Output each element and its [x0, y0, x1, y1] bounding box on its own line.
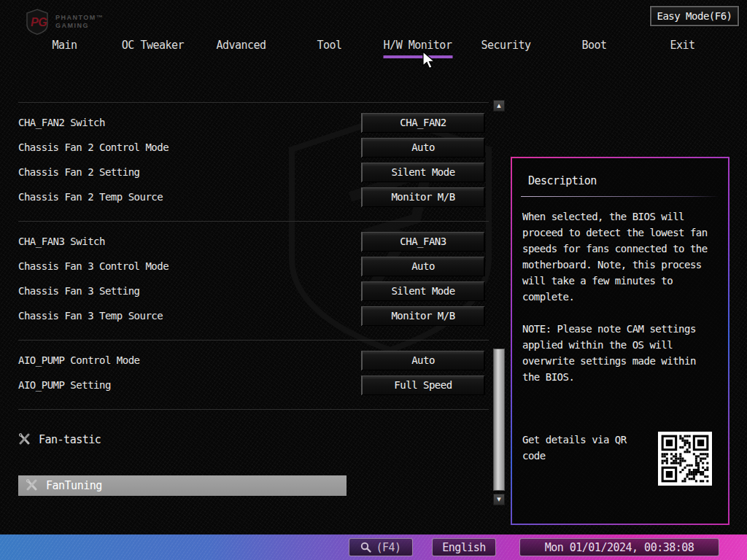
tab-advanced[interactable]: Advanced [197, 36, 285, 61]
setting-row: AIO_PUMP Setting Full Speed [18, 373, 489, 397]
setting-row: Chassis Fan 3 Temp Source Monitor M/B [18, 303, 489, 328]
aio-pump-setting-value-button[interactable]: Full Speed [361, 376, 485, 395]
setting-row: AIO_PUMP Control Mode Auto [18, 348, 489, 373]
description-title: Description [528, 174, 716, 187]
qr-section: Get details via QR code [522, 432, 716, 486]
setting-row: CHA_FAN3 Switch CHA_FAN3 [18, 229, 489, 254]
scroll-down-button[interactable]: ▼ [493, 494, 505, 505]
cha-fan2-group: CHA_FAN2 Switch CHA_FAN2 Chassis Fan 2 C… [18, 102, 489, 221]
fan-tuning-item[interactable]: FanTuning [18, 475, 347, 496]
tools-icon [18, 433, 31, 446]
search-hotkey-label: (F4) [376, 541, 400, 554]
setting-label: Chassis Fan 3 Control Mode [18, 260, 361, 272]
language-button[interactable]: English [432, 538, 496, 556]
cha-fan3-switch-value-button[interactable]: CHA_FAN3 [361, 232, 485, 252]
bottom-status-bar: (F4) English Mon 01/01/2024, 00:38:08 [0, 534, 747, 560]
datetime-button[interactable]: Mon 01/01/2024, 00:38:08 [519, 538, 719, 556]
aio-pump-group: AIO_PUMP Control Mode Auto AIO_PUMP Sett… [18, 340, 489, 409]
search-icon [360, 542, 371, 553]
qr-caption: Get details via QR code [522, 432, 645, 464]
setting-row: Chassis Fan 2 Control Mode Auto [18, 135, 489, 160]
setting-label: Chassis Fan 2 Temp Source [18, 191, 361, 203]
tab-tool[interactable]: Tool [285, 36, 374, 61]
chassis-fan3-setting-value-button[interactable]: Silent Mode [361, 281, 485, 301]
description-separator [521, 196, 719, 197]
setting-label: Chassis Fan 2 Control Mode [18, 141, 361, 153]
setting-row: Chassis Fan 3 Control Mode Auto [18, 254, 489, 279]
setting-label: CHA_FAN2 Switch [18, 117, 361, 128]
cha-fan2-switch-value-button[interactable]: CHA_FAN2 [361, 113, 485, 133]
fan-tastic-label: Fan-tastic [39, 433, 101, 446]
tab-exit[interactable]: Exit [638, 36, 727, 61]
tab-main[interactable]: Main [20, 36, 109, 61]
description-note: NOTE: Please note CAM settings applied w… [522, 321, 716, 385]
description-panel: Description When selected, the BIOS will… [511, 157, 729, 525]
qr-code [658, 432, 712, 486]
settings-list: CHA_FAN2 Switch CHA_FAN2 Chassis Fan 2 C… [18, 102, 489, 496]
chassis-fan2-setting-value-button[interactable]: Silent Mode [361, 163, 485, 182]
tab-oc-tweaker[interactable]: OC Tweaker [109, 36, 197, 61]
setting-label: Chassis Fan 2 Setting [18, 166, 361, 178]
scrollbar-thumb[interactable] [493, 349, 505, 491]
search-button[interactable]: (F4) [349, 538, 413, 556]
setting-label: CHA_FAN3 Switch [18, 236, 361, 247]
fan-tools-section: Fan-tastic [18, 409, 489, 465]
chassis-fan2-control-mode-value-button[interactable]: Auto [361, 138, 485, 158]
svg-text:PG: PG [31, 16, 47, 28]
top-menu-bar: Main OC Tweaker Advanced Tool H/W Monito… [20, 36, 727, 61]
tab-hw-monitor[interactable]: H/W Monitor [374, 36, 462, 61]
chassis-fan2-temp-source-value-button[interactable]: Monitor M/B [361, 187, 485, 207]
setting-row: Chassis Fan 2 Setting Silent Mode [18, 160, 489, 184]
setting-row: Chassis Fan 3 Setting Silent Mode [18, 279, 489, 303]
cha-fan3-group: CHA_FAN3 Switch CHA_FAN3 Chassis Fan 3 C… [18, 221, 489, 340]
chassis-fan3-control-mode-value-button[interactable]: Auto [361, 257, 485, 276]
vertical-scrollbar[interactable]: ▲ ▼ [493, 100, 505, 505]
setting-label: Chassis Fan 3 Temp Source [18, 310, 361, 322]
description-body: When selected, the BIOS will proceed to … [522, 209, 716, 305]
mouse-cursor [422, 51, 436, 70]
tools-icon [26, 479, 39, 492]
setting-row: CHA_FAN2 Switch CHA_FAN2 [18, 110, 489, 135]
setting-row: Chassis Fan 2 Temp Source Monitor M/B [18, 184, 489, 209]
easy-mode-button[interactable]: Easy Mode(F6) [650, 6, 739, 26]
fan-tastic-item[interactable]: Fan-tastic [18, 429, 489, 451]
scroll-up-button[interactable]: ▲ [493, 100, 505, 112]
setting-label: Chassis Fan 3 Setting [18, 285, 361, 297]
active-tab-underline [383, 55, 452, 58]
fan-tuning-label: FanTuning [46, 479, 102, 492]
setting-label: AIO_PUMP Setting [18, 379, 361, 391]
setting-label: AIO_PUMP Control Mode [18, 354, 361, 366]
phantom-gaming-logo: PG PHANTOM™ GAMING [25, 9, 104, 35]
aio-pump-control-mode-value-button[interactable]: Auto [361, 351, 485, 370]
brand-text: PHANTOM™ GAMING [55, 14, 104, 30]
chassis-fan3-temp-source-value-button[interactable]: Monitor M/B [361, 306, 485, 326]
pg-shield-icon: PG [25, 9, 50, 35]
tab-boot[interactable]: Boot [550, 36, 638, 61]
tab-security[interactable]: Security [462, 36, 550, 61]
